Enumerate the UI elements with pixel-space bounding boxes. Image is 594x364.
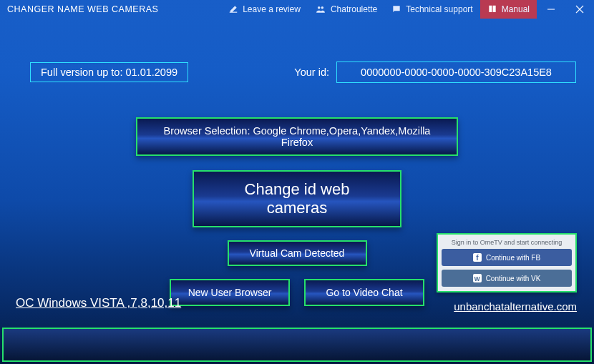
chatroulette-label: Chatroulette: [331, 4, 377, 14]
close-button[interactable]: [565, 0, 594, 19]
browser-selection-button[interactable]: Browser Selection: Google Chrome,Opera,Y…: [136, 117, 458, 156]
ometv-title: Sign in to OmeTV and start connecting: [442, 239, 572, 246]
continue-with-vk-button[interactable]: w Continue with VK: [442, 270, 572, 287]
chatroulette-link[interactable]: Chatroulette: [308, 0, 384, 19]
new-user-browser-button[interactable]: New User Browser: [170, 279, 290, 306]
os-support-label: OC Windows VISTA ,7,8,10,11: [16, 296, 181, 310]
leave-review-label: Leave a review: [243, 4, 301, 14]
virtual-cam-button[interactable]: Virtual Cam Detected: [228, 240, 367, 266]
leave-review-link[interactable]: Leave a review: [221, 0, 308, 19]
vk-icon: w: [473, 274, 482, 282]
app-title: CHANGER NAME WEB CAMERAS: [7, 4, 158, 14]
manual-label: Manual: [502, 4, 530, 14]
change-id-button[interactable]: Change id web cameras: [193, 170, 401, 227]
go-to-video-chat-button[interactable]: Go to Video Chat: [304, 279, 424, 306]
continue-with-fb-label: Continue with FB: [486, 254, 540, 262]
review-icon: [228, 4, 238, 14]
ometv-signin-panel: Sign in to OmeTV and start connecting f …: [437, 233, 577, 292]
people-icon: [315, 4, 326, 14]
continue-with-vk-label: Continue with VK: [486, 275, 541, 282]
facebook-icon: f: [473, 253, 482, 262]
your-id-label: Your id:: [294, 67, 329, 78]
technical-support-link[interactable]: Technical support: [384, 0, 479, 19]
minimize-button[interactable]: [537, 0, 565, 19]
chat-icon: [391, 4, 401, 14]
book-icon: [487, 4, 497, 14]
your-id-value[interactable]: 0000000-0000-0000-0000-309C23A15E8: [336, 62, 576, 83]
footer-bar: [2, 328, 592, 362]
svg-point-0: [318, 6, 321, 9]
technical-support-label: Technical support: [406, 4, 472, 14]
continue-with-fb-button[interactable]: f Continue with FB: [442, 249, 572, 266]
svg-point-1: [321, 6, 323, 9]
manual-link[interactable]: Manual: [480, 0, 537, 19]
site-link[interactable]: unbanchatalternative.com: [454, 300, 577, 313]
version-box: Full version up to: 01.01.2099: [30, 62, 188, 82]
